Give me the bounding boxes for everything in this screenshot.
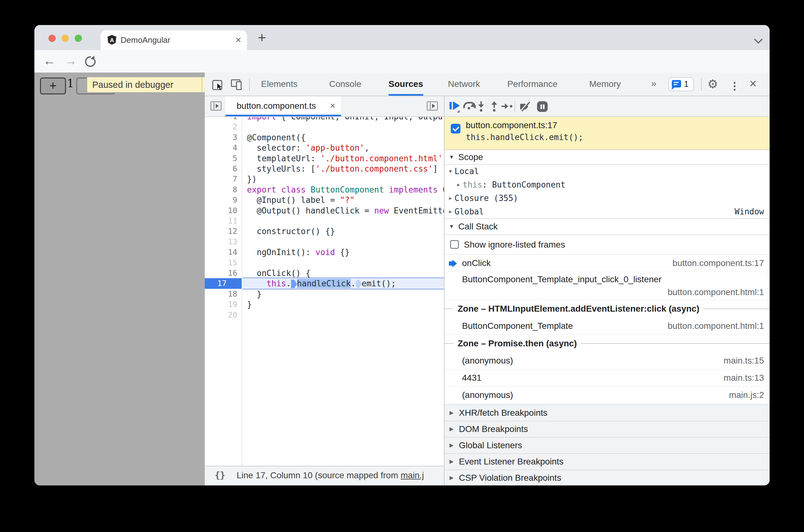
line-number-11[interactable]: 11 xyxy=(205,216,237,226)
breakpoint-location[interactable]: button.component.ts:17 xyxy=(466,119,557,131)
settings-gear-icon[interactable]: ⚙ xyxy=(707,73,718,96)
frame-location[interactable]: main.ts:15 xyxy=(724,352,764,369)
call-stack-section-header[interactable]: ▼ Call Stack xyxy=(444,219,770,235)
code-line-5[interactable]: templateUrl: './button.component.html', xyxy=(243,153,444,164)
inspect-element-button[interactable] xyxy=(212,79,223,90)
line-number-20[interactable]: 20 xyxy=(205,310,237,320)
section-event-listener-breakpoints[interactable]: ▶Event Listener Breakpoints xyxy=(444,453,770,470)
issues-counter[interactable]: 1 xyxy=(668,77,694,91)
frame-location[interactable]: main.js:2 xyxy=(729,387,764,403)
code-line-4[interactable]: selector: 'app-button', xyxy=(243,142,444,153)
window-minimize-button[interactable] xyxy=(62,35,69,42)
expand-triangle-icon[interactable]: ▶ xyxy=(455,178,463,192)
pretty-print-toggle-icon[interactable] xyxy=(427,101,438,111)
window-zoom-button[interactable] xyxy=(75,35,82,42)
code-lines[interactable]: import { Component, OnInit, Input, Outpu… xyxy=(242,117,444,466)
step-into-marker-icon[interactable] xyxy=(356,280,362,288)
line-number-5[interactable]: 5 xyxy=(205,153,237,164)
call-stack-frame[interactable]: ButtonComponent_Templatebutton.component… xyxy=(444,318,770,335)
devtools-tab-performance[interactable]: Performance xyxy=(508,73,557,96)
expand-triangle-icon[interactable]: ▶ xyxy=(446,205,455,218)
scope-row-Local[interactable]: ▼Local xyxy=(444,165,770,178)
call-stack-frame[interactable]: (anonymous)main.ts:15 xyxy=(444,352,770,369)
line-number-7[interactable]: 7 xyxy=(205,174,237,185)
resume-script-button[interactable] xyxy=(449,101,461,112)
line-number-gutter[interactable]: 1234567891011121314151617181920 xyxy=(205,117,242,466)
devtools-close-icon[interactable]: × xyxy=(749,73,757,96)
code-line-3[interactable]: @Component({ xyxy=(243,132,444,143)
scope-row-Closure (355)[interactable]: ▶Closure (355) xyxy=(444,192,770,205)
code-line-15[interactable] xyxy=(243,258,444,268)
code-line-17[interactable]: this.handleClick.emit(); xyxy=(243,278,444,289)
section-xhr-fetch-breakpoints[interactable]: ▶XHR/fetch Breakpoints xyxy=(444,404,770,421)
step-out-button[interactable] xyxy=(489,101,501,112)
frame-location[interactable]: button.component.html:1 xyxy=(668,318,764,335)
line-number-15[interactable]: 15 xyxy=(205,258,237,268)
line-number-8[interactable]: 8 xyxy=(205,185,237,195)
line-number-6[interactable]: 6 xyxy=(205,164,237,174)
expand-triangle-icon[interactable]: ▼ xyxy=(446,165,455,178)
back-button[interactable]: ← xyxy=(43,50,56,73)
devtools-menu-icon[interactable] xyxy=(734,80,735,92)
code-line-6[interactable]: styleUrls: ['./button.component.css'] xyxy=(243,164,444,174)
line-number-19[interactable]: 19 xyxy=(205,299,237,310)
browser-tab[interactable]: A DemoAngular × xyxy=(101,30,247,50)
call-stack-frame[interactable]: ButtonComponent_Template_input_click_0_l… xyxy=(444,272,770,300)
show-ignore-listed-checkbox[interactable] xyxy=(450,240,459,249)
window-close-button[interactable] xyxy=(49,35,56,42)
tab-search-chevron-icon[interactable] xyxy=(754,35,763,44)
line-number-10[interactable]: 10 xyxy=(205,205,237,216)
code-line-16[interactable]: onClick() { xyxy=(243,268,444,279)
step-over-button[interactable] xyxy=(463,101,475,112)
code-line-7[interactable]: }) xyxy=(243,174,444,185)
page-add-button[interactable]: + xyxy=(40,77,66,94)
breakpoint-checkbox[interactable] xyxy=(451,124,460,133)
scope-section-header[interactable]: ▼ Scope xyxy=(444,150,770,165)
pretty-print-braces-icon[interactable]: {} xyxy=(215,467,225,486)
devtools-tab-network[interactable]: Network xyxy=(448,73,480,96)
line-number-18[interactable]: 18 xyxy=(205,289,237,300)
code-line-11[interactable] xyxy=(243,216,444,226)
section-csp-violation-breakpoints[interactable]: ▶CSP Violation Breakpoints xyxy=(444,470,770,486)
code-editor[interactable]: 1234567891011121314151617181920 import {… xyxy=(205,117,444,466)
line-number-17[interactable]: 17 xyxy=(205,278,242,289)
pause-on-exceptions-button[interactable] xyxy=(537,101,549,112)
devtools-tab-console[interactable]: Console xyxy=(329,73,361,96)
devtools-tab-elements[interactable]: Elements xyxy=(261,73,298,96)
file-tab-close-icon[interactable]: × xyxy=(330,96,336,116)
code-line-8[interactable]: export class ButtonComponent implements … xyxy=(243,185,444,195)
deactivate-breakpoints-button[interactable] xyxy=(519,101,531,112)
frame-location[interactable]: button.component.html:1 xyxy=(668,287,764,300)
code-line-20[interactable] xyxy=(243,310,444,320)
frame-location[interactable]: button.component.ts:17 xyxy=(672,255,764,272)
code-line-2[interactable] xyxy=(243,121,444,132)
line-number-1[interactable]: 1 xyxy=(205,117,237,122)
line-number-12[interactable]: 12 xyxy=(205,226,237,236)
code-line-1[interactable]: import { Component, OnInit, Input, Outpu… xyxy=(243,117,444,122)
tab-close-icon[interactable]: × xyxy=(235,30,241,50)
devtools-tab-memory[interactable]: Memory xyxy=(589,73,621,96)
step-into-marker-icon[interactable] xyxy=(291,280,297,288)
line-number-3[interactable]: 3 xyxy=(205,132,237,143)
line-number-2[interactable]: 2 xyxy=(205,121,237,132)
code-line-19[interactable]: } xyxy=(243,299,444,310)
expand-triangle-icon[interactable]: ▶ xyxy=(446,192,455,205)
line-number-9[interactable]: 9 xyxy=(205,195,237,205)
line-number-14[interactable]: 14 xyxy=(205,247,237,258)
source-mapped-link[interactable]: main.j xyxy=(401,471,424,480)
show-navigator-icon[interactable] xyxy=(210,101,222,111)
reload-button[interactable] xyxy=(85,56,94,65)
scope-row-this[interactable]: ▶this: ButtonComponent xyxy=(444,178,770,192)
code-line-13[interactable] xyxy=(243,236,444,247)
code-line-9[interactable]: @Input() label = "?" xyxy=(243,195,444,205)
more-tabs-chevron[interactable]: » xyxy=(651,73,656,96)
call-stack-frame[interactable]: onClickbutton.component.ts:17 xyxy=(444,255,770,272)
call-stack-frame[interactable]: (anonymous)main.js:2 xyxy=(444,387,770,404)
line-number-4[interactable]: 4 xyxy=(205,142,237,153)
line-number-13[interactable]: 13 xyxy=(205,236,237,247)
code-line-18[interactable]: } xyxy=(243,289,444,300)
file-tab[interactable]: button.component.ts × xyxy=(225,96,341,116)
forward-button[interactable]: → xyxy=(64,50,77,73)
step-into-button[interactable] xyxy=(476,101,487,112)
step-button[interactable] xyxy=(501,101,513,112)
